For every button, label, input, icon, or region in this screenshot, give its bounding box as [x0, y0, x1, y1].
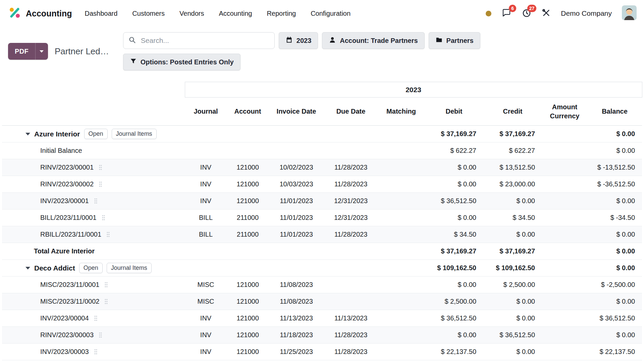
control-panel: PDF Partner Led… — [0, 27, 644, 70]
journal-items-badge[interactable]: Journal Items — [112, 129, 157, 139]
menu-customers[interactable]: Customers — [132, 10, 165, 17]
filter-year-label: 2023 — [297, 37, 312, 45]
menu-dashboard[interactable]: Dashboard — [85, 10, 118, 17]
ledger-line-row[interactable]: INV/2023/00003INV12100011/25/202311/28/2… — [2, 344, 642, 360]
partner-group-row[interactable]: Deco AddictOpenJournal Items$ 109,162.50… — [2, 260, 642, 277]
messages-tray[interactable]: 6 — [501, 8, 512, 19]
filter-year[interactable]: 2023 — [279, 32, 318, 49]
invoice-date-cell — [269, 260, 324, 277]
matching-cell — [378, 142, 425, 159]
credit-cell: $ 13,512.50 — [483, 159, 542, 176]
move-name[interactable]: INV/2023/00003 — [40, 348, 89, 356]
amount-currency-cell — [542, 260, 587, 277]
filter-account[interactable]: Account: Trade Partners — [322, 32, 424, 49]
account-cell — [227, 126, 269, 142]
ledger-line-row[interactable]: Initial Balance$ 622.27$ 622.27$ 0.00 — [2, 142, 642, 159]
menu-vendors[interactable]: Vendors — [179, 10, 204, 17]
line-actions-icon[interactable] — [94, 198, 98, 204]
partner-group-row[interactable]: Azure InteriorOpenJournal Items$ 37,169.… — [2, 126, 642, 142]
ledger-line-row[interactable]: RINV/2023/00002INV12100010/03/202311/28/… — [2, 176, 642, 193]
ledger-line-row[interactable]: INV/2023/00004INV12100011/13/202311/13/2… — [2, 310, 642, 327]
move-name[interactable]: MISC/2023/11/0001 — [40, 281, 99, 289]
ledger-line-row[interactable]: RINV/2023/00003INV12100011/18/202311/28/… — [2, 327, 642, 344]
line-actions-icon[interactable] — [94, 315, 98, 321]
debit-cell: $ 622.27 — [425, 142, 483, 159]
debit-cell: $ 0.00 — [425, 159, 483, 176]
line-actions-icon[interactable] — [98, 164, 103, 171]
move-name[interactable]: INV/2023/00004 — [40, 314, 89, 322]
move-name[interactable]: RINV/2023/00002 — [40, 180, 94, 188]
move-name[interactable]: BILL/2023/11/0001 — [40, 214, 97, 222]
credit-cell: $ 0.00 — [483, 310, 542, 327]
ledger-line-row[interactable]: INV/2023/00001INV12100011/01/202312/31/2… — [2, 193, 642, 209]
open-badge[interactable]: Open — [84, 129, 108, 139]
account-cell — [227, 260, 269, 277]
ledger-line-row[interactable]: BILL/2023/11/0001BILL21100011/01/202312/… — [2, 209, 642, 226]
ledger-line-row[interactable]: MISC/2023/11/0002MISC12100011/08/2023$ 2… — [2, 293, 642, 310]
open-badge[interactable]: Open — [79, 263, 103, 273]
balance-cell: $ 0.00 — [587, 226, 642, 243]
partner-total-row[interactable]: Total Azure Interior$ 37,169.27$ 37,169.… — [2, 243, 642, 260]
move-name[interactable]: RINV/2023/00001 — [40, 164, 94, 171]
status-dot-icon[interactable] — [486, 11, 491, 16]
due-date-cell — [324, 142, 378, 159]
pdf-button[interactable]: PDF — [8, 43, 35, 60]
user-avatar[interactable] — [622, 5, 637, 21]
line-actions-icon[interactable] — [101, 215, 106, 221]
name-cell: INV/2023/00003 — [2, 344, 185, 360]
search-icon — [128, 36, 136, 45]
column-header-amount-currency: Amount Currency — [542, 98, 587, 126]
menu-accounting[interactable]: Accounting — [219, 10, 252, 17]
amount-currency-cell — [542, 344, 587, 360]
column-header-account: Account — [227, 98, 269, 126]
move-name[interactable]: Initial Balance — [40, 147, 82, 155]
unfold-caret-icon[interactable] — [25, 133, 30, 135]
line-actions-icon[interactable] — [104, 298, 108, 305]
filter-partners[interactable]: Partners — [429, 32, 480, 49]
unfold-caret-icon[interactable] — [25, 267, 30, 269]
account-cell: 121000 — [227, 293, 269, 310]
matching-cell — [378, 260, 425, 277]
move-name[interactable]: MISC/2023/11/0002 — [40, 298, 99, 305]
amount-currency-cell — [542, 193, 587, 209]
activities-tray[interactable]: 27 — [522, 8, 532, 19]
search-input[interactable] — [140, 36, 270, 45]
line-actions-icon[interactable] — [104, 282, 108, 288]
balance-cell: $ 22,137.50 — [587, 344, 642, 360]
menu-configuration[interactable]: Configuration — [311, 10, 351, 17]
line-actions-icon[interactable] — [94, 349, 98, 355]
line-actions-icon[interactable] — [106, 231, 110, 238]
line-actions-icon[interactable] — [98, 332, 103, 338]
filter-options[interactable]: Options: Posted Entries Only — [123, 54, 240, 70]
invoice-date-cell: 11/08/2023 — [269, 277, 324, 293]
wrench-screwdriver-icon — [542, 8, 551, 19]
top-navbar: Accounting Dashboard Customers Vendors A… — [0, 0, 644, 27]
line-actions-icon[interactable] — [98, 181, 103, 187]
debit-cell: $ 37,169.27 — [425, 243, 483, 260]
ledger-line-row[interactable]: RINV/2023/00001INV12100010/02/202311/28/… — [2, 159, 642, 176]
partner-name[interactable]: Deco Addict — [34, 264, 75, 272]
menu-reporting[interactable]: Reporting — [267, 10, 296, 17]
column-header-matching: Matching — [378, 98, 425, 126]
due-date-cell: 11/28/2023 — [324, 176, 378, 193]
company-switcher[interactable]: Demo Company — [561, 9, 612, 17]
account-cell — [227, 142, 269, 159]
ledger-line-row[interactable]: RBILL/2023/11/0001BILL21100011/01/202311… — [2, 226, 642, 243]
credit-cell: $ 0.00 — [483, 344, 542, 360]
app-brand[interactable]: Accounting — [8, 6, 72, 21]
messages-count-badge: 6 — [509, 5, 516, 12]
journal-cell: INV — [185, 310, 227, 327]
journal-cell: BILL — [185, 226, 227, 243]
due-date-cell — [324, 277, 378, 293]
move-name[interactable]: RINV/2023/00003 — [40, 331, 94, 339]
move-name[interactable]: RBILL/2023/11/0001 — [40, 231, 101, 238]
debit-cell: $ 36,512.50 — [425, 310, 483, 327]
ledger-line-row[interactable]: MISC/2023/11/0001MISC12100011/08/2023$ 0… — [2, 277, 642, 293]
tools-tray[interactable] — [542, 8, 551, 19]
pdf-dropdown-toggle[interactable] — [35, 43, 48, 60]
due-date-cell: 12/31/2023 — [324, 193, 378, 209]
journal-items-badge[interactable]: Journal Items — [107, 263, 152, 273]
debit-cell: $ 0.00 — [425, 277, 483, 293]
partner-name[interactable]: Azure Interior — [34, 130, 80, 138]
move-name[interactable]: INV/2023/00001 — [40, 197, 89, 205]
